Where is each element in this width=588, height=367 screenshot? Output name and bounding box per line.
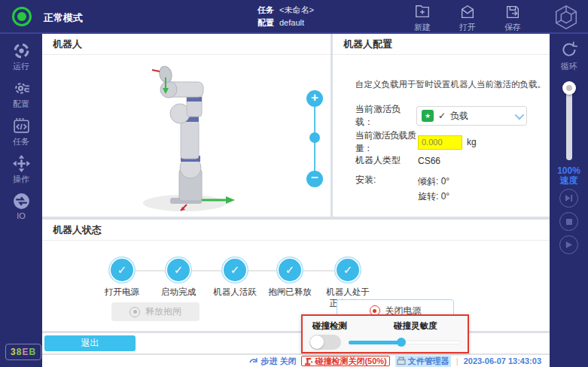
payload-mass-input[interactable] [418,135,462,150]
clock-timestamp: 2023-06-07 13:43:03 [464,356,541,365]
step-forward-button[interactable] [559,189,578,208]
brand-logo-icon [552,3,580,32]
step-mode-icon [249,356,258,365]
step-mode-toggle[interactable]: 步进 关闭 [249,356,296,367]
collision-settings-popup: 碰撞检测 碰撞灵敏度 [301,314,469,353]
statusbar-divider: | [456,356,459,365]
sidebar-item-run[interactable]: 运行 [0,34,42,76]
robot-status-panel: 机器人状态 ✓ 打开电源 ✓ 启动完成 ✓ 机器人活跃 ✓ 抱闸已释放 ✓ 机器… [42,220,550,331]
mount-rotation-value: 旋转: 0° [418,189,449,204]
step-check-icon: ✓ [111,259,133,281]
robot-type-value: CS66 [418,156,440,166]
chevron-down-icon[interactable] [510,107,526,125]
mount-row: 安装: 倾斜: 0° 旋转: 0° [355,174,449,204]
collision-detection-label: 碰撞检测 [312,320,347,332]
stop-button[interactable] [559,212,578,231]
sidebar-item-operate[interactable]: 操作 [0,151,42,189]
mode-indicator-icon[interactable] [12,7,32,26]
speed-display[interactable]: 100% 速度 [550,166,588,186]
mode-label: 正常模式 [44,11,83,25]
step-check-icon: ✓ [337,259,359,281]
step-label: 机器人处于 [314,287,382,298]
payload-mass-unit: kg [467,137,477,147]
save-task-button[interactable]: 保存 [498,4,528,33]
step-check-icon: ✓ [167,259,190,281]
file-manager-icon [397,356,406,365]
toggle-knob[interactable] [310,335,324,349]
step-mode-label: 步进 关闭 [260,356,296,367]
file-manager-button[interactable]: 文件管理器 [395,356,451,367]
status-panel-title: 机器人状态 [42,220,550,241]
settings-icon [12,79,31,98]
save-task-label: 保存 [504,22,521,33]
play-icon [565,241,573,249]
step-forward-icon [565,194,573,202]
mount-label: 安装: [355,174,418,187]
header-bar: 正常模式 任务<未命名> 配置default 新建 打开 [0,0,588,34]
brake-icon [129,307,140,317]
open-task-label: 打开 [459,22,476,33]
new-task-button[interactable]: 新建 [407,4,437,33]
speed-slider-handle[interactable] [562,81,576,95]
loop-label: 循环 [561,61,577,72]
check-icon: ✓ [438,111,446,121]
exit-row: 退出 [42,333,550,353]
speed-slider[interactable] [566,86,572,160]
exit-button[interactable]: 退出 [44,335,136,351]
config-panel-title: 机器人配置 [333,34,550,55]
robot-3d-view[interactable] [120,58,248,216]
bottom-status-bar: 步进 关闭 碰撞检测关闭(50%) 文件管理器 | 2023-06-07 13:… [42,354,550,367]
zoom-out-button[interactable]: − [306,171,323,187]
speed-label: 速度 [550,176,588,186]
robot-type-row: 机器人类型 CS66 [355,154,440,167]
sidebar-item-config[interactable]: 配置 [0,76,42,114]
operate-move-icon [12,154,31,173]
header-actions: 新建 打开 保存 [407,4,528,33]
collision-status-label: 碰撞检测关闭(50%) [315,356,386,366]
sidebar-item-task[interactable]: 任务 [0,114,42,151]
run-icon [12,41,31,60]
step-check-icon: ✓ [279,259,301,281]
sidebar-item-label: 任务 [13,136,29,147]
save-task-icon [504,4,521,20]
robot-panel-title: 机器人 [42,34,331,55]
zoom-in-button[interactable]: + [306,90,323,107]
status-code-badge: 38EB [5,344,41,360]
collision-sensitivity-label: 碰撞灵敏度 [394,320,437,332]
release-brake-button[interactable]: 释放抱闸 [111,302,200,321]
release-brake-label: 释放抱闸 [145,305,181,318]
task-value: <未命名> [279,5,314,14]
zoom-slider-handle[interactable] [309,132,320,143]
config-label: 配置 [257,18,274,27]
right-sidebar: 循环 100% 速度 [550,34,588,367]
slider-handle[interactable] [397,338,406,347]
play-button[interactable] [559,235,578,254]
task-label: 任务 [257,5,274,14]
active-payload-row: 当前激活负载： ★ ✓ 负载 [355,103,527,129]
collision-status-button[interactable]: 碰撞检测关闭(50%) [301,356,389,366]
io-icon [12,192,31,211]
step-check-icon: ✓ [224,259,246,281]
teach-pendant-app: 正常模式 任务<未命名> 配置default 新建 打开 [0,0,588,367]
collision-icon [304,357,312,365]
sidebar-item-io[interactable]: IO [0,189,42,226]
task-config-block: 任务<未命名> 配置default [257,4,314,29]
loop-icon [559,40,579,59]
payload-select[interactable]: ★ ✓ 负载 [416,106,527,126]
payload-description: 自定义负载用于暂时设置机器人当前激活的负载。 [355,79,546,90]
stop-icon [565,218,573,226]
robot-type-label: 机器人类型 [355,154,418,167]
payload-tag-icon: ★ [422,110,434,122]
left-sidebar: 运行 配置 任务 操作 IO 38 [0,34,42,367]
playback-controls [550,189,588,254]
open-task-button[interactable]: 打开 [452,4,483,33]
new-task-label: 新建 [414,22,431,33]
collision-detection-toggle[interactable] [309,335,341,350]
sidebar-item-label: IO [17,211,26,220]
config-value: default [279,18,304,27]
loop-button[interactable]: 循环 [550,34,588,72]
task-code-icon [12,117,31,135]
payload-select-value: 负载 [450,110,468,123]
robot-config-panel: 机器人配置 自定义负载用于暂时设置机器人当前激活的负载。 当前激活负载： ★ ✓… [333,34,550,217]
collision-sensitivity-slider[interactable] [349,338,461,347]
